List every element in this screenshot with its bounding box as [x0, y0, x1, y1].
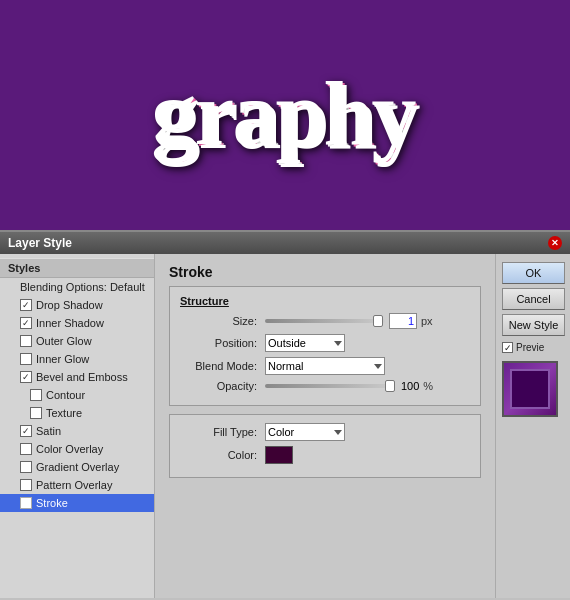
sidebar-item-label: Contour [46, 389, 85, 401]
layer-style-sidebar: Styles Blending Options: Default Drop Sh… [0, 254, 155, 598]
fill-type-select[interactable]: Color [265, 423, 345, 441]
sidebar-item-label: Color Overlay [36, 443, 103, 455]
dialog-body: Styles Blending Options: Default Drop Sh… [0, 254, 570, 598]
contour-checkbox[interactable] [30, 389, 42, 401]
sidebar-item-label: Inner Glow [36, 353, 89, 365]
main-content-panel: Stroke Structure Size: px [155, 254, 495, 598]
color-swatch[interactable] [265, 446, 293, 464]
position-label: Position: [180, 337, 265, 349]
preview-thumbnail [502, 361, 558, 417]
panel-title: Stroke [169, 264, 481, 280]
drop-shadow-checkbox[interactable] [20, 299, 32, 311]
position-row: Position: Outside [180, 334, 470, 352]
new-style-button[interactable]: New Style [502, 314, 565, 336]
sidebar-item-inner-glow[interactable]: Inner Glow [0, 350, 154, 368]
sidebar-item-label: Outer Glow [36, 335, 92, 347]
size-controls: px [265, 313, 470, 329]
sidebar-item-outer-glow[interactable]: Outer Glow [0, 332, 154, 350]
preview-checkbox[interactable]: ✓ [502, 342, 513, 353]
color-overlay-checkbox[interactable] [20, 443, 32, 455]
size-unit: px [421, 315, 433, 327]
sidebar-item-contour[interactable]: Contour [0, 386, 154, 404]
sidebar-item-stroke[interactable]: Stroke [0, 494, 154, 512]
sidebar-styles-header[interactable]: Styles [0, 258, 154, 278]
sidebar-item-label: Gradient Overlay [36, 461, 119, 473]
opacity-label: Opacity: [180, 380, 265, 392]
structure-section: Structure Size: px Position: [169, 286, 481, 406]
size-input[interactable] [389, 313, 417, 329]
structure-title: Structure [180, 295, 470, 307]
color-label: Color: [180, 449, 265, 461]
opacity-value: 100 [401, 380, 419, 392]
position-select-value: Outside [268, 337, 306, 349]
dialog-titlebar: Layer Style ✕ [0, 232, 570, 254]
fill-type-label: Fill Type: [180, 426, 265, 438]
blend-mode-select-value: Normal [268, 360, 303, 372]
layer-style-dialog: Layer Style ✕ Styles Blending Options: D… [0, 230, 570, 600]
fill-type-select-value: Color [268, 426, 294, 438]
size-label: Size: [180, 315, 265, 327]
sidebar-item-drop-shadow[interactable]: Drop Shadow [0, 296, 154, 314]
sidebar-item-label: Drop Shadow [36, 299, 103, 311]
sidebar-item-label: Satin [36, 425, 61, 437]
bevel-emboss-checkbox[interactable] [20, 371, 32, 383]
sidebar-item-label: Stroke [36, 497, 68, 509]
sidebar-item-label: Texture [46, 407, 82, 419]
sidebar-item-label: Inner Shadow [36, 317, 104, 329]
opacity-slider-thumb[interactable] [385, 380, 395, 392]
sidebar-item-inner-shadow[interactable]: Inner Shadow [0, 314, 154, 332]
preview-checkbox-row: ✓ Previe [502, 342, 564, 353]
canvas-preview: graphy [0, 0, 570, 230]
inner-shadow-checkbox[interactable] [20, 317, 32, 329]
right-buttons-panel: OK Cancel New Style ✓ Previe [495, 254, 570, 598]
stroke-checkbox[interactable] [20, 497, 32, 509]
sidebar-item-pattern-overlay[interactable]: Pattern Overlay [0, 476, 154, 494]
fill-type-row: Fill Type: Color [180, 423, 470, 441]
canvas-text: graphy [153, 64, 416, 167]
sidebar-item-satin[interactable]: Satin [0, 422, 154, 440]
sidebar-item-label: Blending Options: Default [20, 281, 145, 293]
blend-mode-row: Blend Mode: Normal [180, 357, 470, 375]
position-select-arrow [334, 341, 342, 346]
color-controls [265, 446, 470, 464]
blend-mode-controls: Normal [265, 357, 470, 375]
close-button[interactable]: ✕ [548, 236, 562, 250]
texture-checkbox[interactable] [30, 407, 42, 419]
preview-label: Previe [516, 342, 544, 353]
opacity-controls: 100 % [265, 380, 470, 392]
cancel-button[interactable]: Cancel [502, 288, 565, 310]
blend-mode-label: Blend Mode: [180, 360, 265, 372]
dialog-title: Layer Style [8, 236, 72, 250]
opacity-row: Opacity: 100 % [180, 380, 470, 392]
opacity-slider[interactable] [265, 384, 395, 388]
outer-glow-checkbox[interactable] [20, 335, 32, 347]
position-controls: Outside [265, 334, 470, 352]
blend-mode-select[interactable]: Normal [265, 357, 385, 375]
gradient-overlay-checkbox[interactable] [20, 461, 32, 473]
blend-mode-select-arrow [374, 364, 382, 369]
sidebar-item-blending-options[interactable]: Blending Options: Default [0, 278, 154, 296]
size-slider[interactable] [265, 319, 385, 323]
sidebar-item-label: Bevel and Emboss [36, 371, 128, 383]
size-row: Size: px [180, 313, 470, 329]
sidebar-item-bevel-emboss[interactable]: Bevel and Emboss [0, 368, 154, 386]
pattern-overlay-checkbox[interactable] [20, 479, 32, 491]
satin-checkbox[interactable] [20, 425, 32, 437]
position-select[interactable]: Outside [265, 334, 345, 352]
sidebar-item-texture[interactable]: Texture [0, 404, 154, 422]
sidebar-item-label: Pattern Overlay [36, 479, 112, 491]
color-row: Color: [180, 446, 470, 464]
fill-type-controls: Color [265, 423, 470, 441]
inner-glow-checkbox[interactable] [20, 353, 32, 365]
preview-inner [510, 369, 550, 409]
sidebar-item-color-overlay[interactable]: Color Overlay [0, 440, 154, 458]
sidebar-item-gradient-overlay[interactable]: Gradient Overlay [0, 458, 154, 476]
opacity-unit: % [423, 380, 433, 392]
ok-button[interactable]: OK [502, 262, 565, 284]
fill-type-section: Fill Type: Color Color: [169, 414, 481, 478]
fill-type-select-arrow [334, 430, 342, 435]
size-slider-thumb[interactable] [373, 315, 383, 327]
